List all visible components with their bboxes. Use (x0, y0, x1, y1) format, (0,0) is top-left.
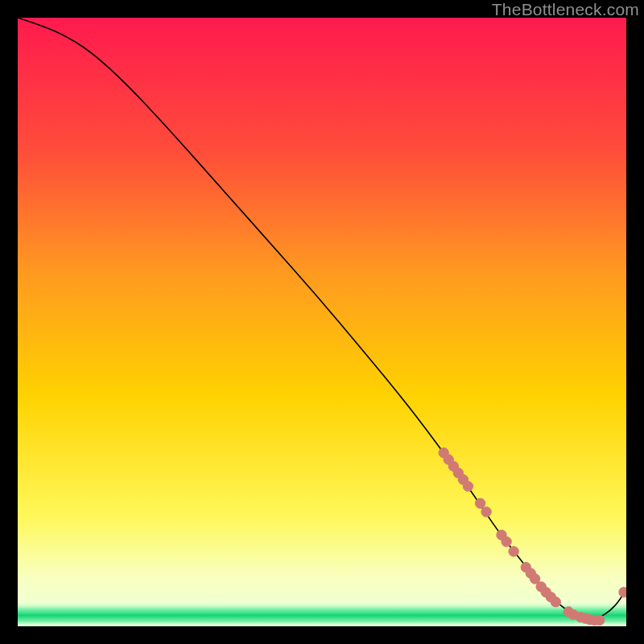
curve-layer (18, 18, 626, 626)
data-marker (475, 498, 485, 508)
data-marker (502, 537, 511, 547)
data-marker (481, 507, 491, 517)
marker-group (439, 448, 626, 625)
plot-area (18, 18, 626, 626)
data-marker (463, 481, 473, 491)
data-marker (595, 615, 605, 625)
chart-stage: TheBottleneck.com (0, 0, 644, 644)
data-marker (551, 597, 560, 607)
data-marker (619, 588, 626, 597)
watermark-text: TheBottleneck.com (492, 0, 639, 19)
bottleneck-curve (18, 18, 626, 619)
data-marker (509, 547, 518, 556)
